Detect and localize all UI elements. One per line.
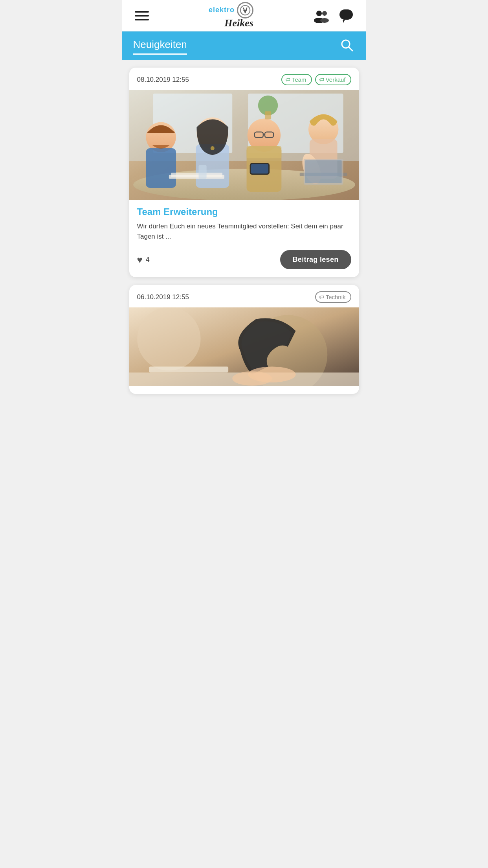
news-card-1: 08.10.2019 12:55 🏷 Team 🏷 Verkauf [129,68,359,277]
svg-rect-16 [146,148,176,188]
svg-point-45 [232,371,272,386]
app-header: elektro Heikes [122,0,366,31]
svg-point-19 [210,146,214,150]
card-2-header: 06.10.2019 12:55 🏷 Technik [129,285,359,307]
logo: elektro Heikes [209,2,253,29]
hamburger-menu-button[interactable] [133,9,150,22]
svg-marker-7 [343,20,345,23]
read-more-button-1[interactable]: Beitrag lesen [280,250,351,269]
card-1-title: Team Erweiterung [137,206,351,217]
nav-bar: Neuigkeiten [122,31,366,60]
chat-icon-button[interactable] [337,7,355,24]
svg-rect-43 [149,366,228,372]
card-2-image [129,307,359,386]
svg-rect-36 [198,165,206,178]
card-1-footer: ♥ 4 Beitrag lesen [129,245,359,269]
svg-point-40 [137,307,200,371]
svg-rect-22 [246,146,281,158]
card-1-date: 08.10.2019 12:55 [137,76,189,84]
tag-verkauf-icon: 🏷 [319,77,324,83]
svg-point-3 [322,11,327,16]
nav-active-underline [133,53,187,55]
header-action-icons [312,7,355,24]
card-2-tags: 🏷 Technik [315,291,351,303]
card-1-image [129,90,359,200]
tag-team-label: Team [292,76,306,83]
logo-elektro-text: elektro [209,6,235,14]
tag-verkauf[interactable]: 🏷 Verkauf [315,74,351,85]
card-1-tags: 🏷 Team 🏷 Verkauf [281,74,351,85]
tag-team-icon: 🏷 [285,77,290,83]
card-1-header: 08.10.2019 12:55 🏷 Team 🏷 Verkauf [129,68,359,90]
tag-team[interactable]: 🏷 Team [281,74,312,85]
news-card-2: 06.10.2019 12:55 🏷 Technik [129,285,359,394]
chat-icon [339,9,354,23]
svg-line-9 [349,47,352,51]
users-icon [314,9,330,23]
like-count: 4 [146,256,150,264]
phone-photo-svg [129,307,359,386]
search-icon [340,39,354,52]
card-1-body: Team Erweiterung Wir dürfen Euch ein neu… [129,200,359,245]
hamburger-icon [135,11,149,20]
heart-icon[interactable]: ♥ [137,254,143,265]
svg-point-2 [316,11,322,16]
svg-rect-27 [251,164,268,173]
logo-icon [237,2,253,18]
nav-title: Neuigkeiten [133,39,187,50]
logo-heikes-text: Heikes [224,18,253,29]
tag-technik[interactable]: 🏷 Technik [315,291,351,303]
team-icon-button[interactable] [312,7,332,24]
card-2-date: 06.10.2019 12:55 [137,293,189,301]
search-button[interactable] [339,37,355,55]
svg-point-5 [320,18,329,23]
svg-rect-6 [339,9,353,20]
card-1-likes: ♥ 4 [137,254,150,265]
team-photo-svg [129,90,359,200]
svg-rect-33 [305,160,341,183]
tag-verkauf-label: Verkauf [326,76,346,83]
svg-rect-38 [264,111,271,119]
card-1-excerpt: Wir dürfen Euch ein neues Teammitglied v… [137,221,351,241]
svg-rect-35 [171,173,222,177]
tag-technik-icon: 🏷 [319,294,324,300]
content-area: 08.10.2019 12:55 🏷 Team 🏷 Verkauf [122,60,366,402]
tag-technik-label: Technik [326,294,346,300]
